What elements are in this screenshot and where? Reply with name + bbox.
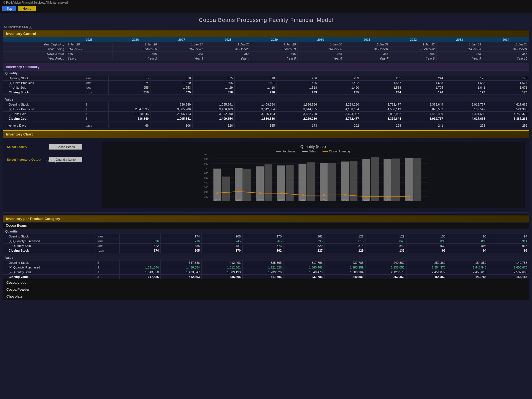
opening-stock-val-label: Opening Stock [3,102,84,107]
page-title: Cocoa Beans Processing Facility Financia… [0,13,532,25]
row-units-produced-val: (+) Units Produced $ 2,547,3953,065,7063… [3,107,529,112]
cb-qty-purchased-label: (+) Quantity Purchased [3,239,96,244]
closing-stock-qty-unit: tons [84,90,108,95]
dot-2029 [302,194,304,196]
facility-button[interactable]: Cocoa Beans [49,144,82,150]
opening-stock-qty-label: Opening Stock [3,76,84,81]
chart-title: Quantity (tons) [101,142,525,150]
chart-content: Select Facility Cocoa Beans Select Inven… [3,138,529,213]
svg-rect-40 [413,158,421,201]
cocoa-beans-qty-header: Quantity [3,229,529,234]
inventory-control-table: 2025 2026 2027 2028 2029 2030 2031 2032 … [3,37,529,61]
row-opening-stock-val: Opening Stock $ -636,8491,095,8411,409,6… [3,102,529,107]
col-2034: 2034 [483,37,529,42]
svg-rect-35 [362,159,370,201]
cocoa-liquor-label: Cocoa Liquor [3,279,529,286]
legend-closing-inv-label: Closing Inventory [329,150,351,153]
copyright-text: © Profit Vision Financial Services. All … [3,1,68,4]
svg-rect-27 [277,165,285,201]
bars-2032 [362,157,379,201]
closing-cost-unit: $ [84,116,108,121]
svg-text:400: 400 [204,181,208,184]
row-days-in-year: Days in Year 365365365366365 36536536636… [3,52,529,56]
bars-2026 [235,168,251,201]
inv-days-unit: days [84,123,108,128]
row-cb-opening-stock: Opening Stock tons -17420517016212712913… [3,234,529,239]
row-units-produced-qty: (+) Units Produced tons 1,2741,3101,3651… [3,81,529,85]
home-button[interactable]: Home [18,6,36,11]
cocoa-beans-val-header: Value [3,255,529,260]
svg-rect-25 [256,166,264,201]
svg-text:2033: 2033 [385,199,391,201]
col-2025: 2025 [66,37,112,42]
facility-control-row: Select Facility Cocoa Beans [7,144,96,150]
svg-rect-39 [405,158,413,201]
inventory-chart-section: Inventory Chart Select Facility Cocoa Be… [3,130,529,213]
svg-rect-28 [286,165,294,201]
bars-2034 [405,158,421,201]
inventory-control-header: Inventory Control [3,30,529,37]
row-year-beginning: Year Beginning 1-Jan-251-Jan-261-Jan-271… [3,42,529,47]
svg-text:2026: 2026 [236,199,242,201]
cocoa-beans-name-row: Cocoa Beans [3,222,529,229]
svg-text:2028: 2028 [279,199,284,201]
inv-days-label: Inventory Days [3,123,84,128]
svg-text:2027: 2027 [257,199,263,201]
svg-rect-21 [213,169,221,201]
svg-rect-37 [383,159,392,201]
inventory-summary-header-row: Inventory Summary [3,63,529,71]
row-year-period: Year Period Year 1Year 2Year 3Year 4Year… [3,56,529,61]
chart-legend: Purchases Sales Closing Inventory [101,150,525,154]
cocoa-powder-row[interactable]: Cocoa Powder [3,286,529,293]
row-closing-stock-qty: Closing Stock tons 318375310296233235244… [3,90,529,95]
cocoa-powder-label: Cocoa Powder [3,286,529,293]
svg-text:2029: 2029 [300,199,306,201]
units-produced-qty-unit: tons [84,81,108,85]
svg-rect-24 [243,169,251,201]
svg-text:200: 200 [204,191,208,193]
legend-sales: Sales [302,150,316,153]
chart-svg: 1,000 900 800 700 600 500 400 300 200 10… [101,154,525,201]
row-units-sold-qty: (-) Units Sold tons 9551,2531,4291,4161,… [3,85,529,90]
spacer-1 [3,95,529,97]
inventory-per-product-section: Inventory per Product Category Cocoa Bea… [3,215,529,300]
cb-closing-stock-unit: tons [96,248,119,253]
chocolate-row[interactable]: Chocolate [3,293,529,300]
cb-val-opening-unit: $ [96,260,119,265]
closing-cost-label: Closing Cost [3,116,84,121]
bars-2030 [320,163,336,201]
top-bar: © Profit Vision Financial Services. All … [0,0,532,5]
purchases-legend-dot [276,151,281,152]
chart-area: Quantity (tons) Purchases Sales Closing … [101,142,525,208]
svg-text:800: 800 [204,162,208,165]
cocoa-beans-qty-label: Quantity [3,229,529,234]
cocoa-liquor-row[interactable]: Cocoa Liquor [3,279,529,286]
col-2029: 2029 [251,37,298,42]
top-button[interactable]: Top [2,6,16,11]
dot-2033 [387,196,389,198]
legend-purchases: Purchases [276,150,295,153]
bars-2025 [213,169,230,201]
cb-qty-sold-unit: tons [96,244,119,248]
output-control-container: Select Inventory Output Quantity (tons) … [7,157,96,163]
svg-text:2034: 2034 [406,199,412,201]
svg-rect-36 [371,157,379,201]
row-cb-val-sold: (-) Quantity Sold $ 1,043,6581,423,9471,… [3,270,529,275]
bars-2027 [256,164,272,201]
cb-val-sold-label: (-) Quantity Sold [3,270,96,275]
cb-closing-stock-label: Closing Stock [3,248,96,253]
inventory-chart-header: Inventory Chart [3,130,529,138]
row-year-ending: Year Ending 31-Dec-2531-Dec-2631-Dec-273… [3,47,529,52]
cb-opening-unit: tons [96,234,119,239]
cb-closing-value-unit: $ [96,275,119,279]
cocoa-beans-name: Cocoa Beans [3,222,529,229]
dot-2028 [281,192,283,194]
spacer-val [3,253,529,255]
svg-text:900: 900 [204,158,208,160]
dot-2030 [323,194,325,196]
row-closing-cost: Closing Cost $ 636,8491,095,8411,409,654… [3,116,529,121]
currency-note: All Amounts in USD ($) [0,25,532,30]
output-label: Select Inventory Output [7,158,46,161]
svg-text:2032: 2032 [364,199,369,201]
col-2031: 2031 [344,37,390,42]
